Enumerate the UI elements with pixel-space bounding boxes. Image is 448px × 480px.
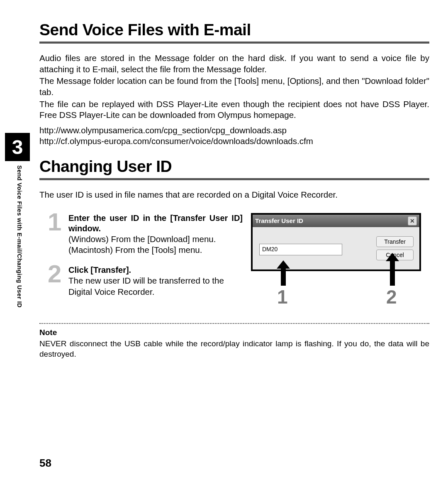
user-id-input[interactable]: DM20 [259, 244, 342, 255]
section2-intro: The user ID is used in file names that a… [39, 189, 429, 201]
title-rule-2 [39, 178, 429, 180]
section1-url1: http://www.olympusamerica.com/cpg_sectio… [39, 125, 429, 136]
chapter-number-badge: 3 [5, 133, 30, 161]
callout-number-2: 2 [386, 286, 397, 308]
callout-number-1: 1 [277, 286, 288, 308]
step-1-body-b: (Macintosh) From the [Tools] menu. [68, 245, 243, 256]
manual-page: 3 Send Voice Files with E-mail/Changing … [0, 0, 448, 480]
side-running-head: Send Voice Files with E-mail/Changing Us… [16, 165, 23, 327]
title-rule [39, 42, 429, 44]
step-2-body: The new user ID will be transferred to t… [68, 275, 243, 297]
transfer-button[interactable]: Transfer [376, 236, 414, 247]
note-heading: Note [39, 328, 429, 337]
section2-title: Changing User ID [39, 157, 429, 176]
steps-area: 1 Enter the user ID in the [Transfer Use… [39, 213, 429, 307]
step-1-body-a: (Windows) From the [Download] menu. [68, 234, 243, 245]
page-number: 58 [39, 457, 51, 470]
step-number-2: 2 [48, 262, 61, 287]
step-1-title: Enter the user ID in the [Transfer User … [68, 213, 243, 234]
section1-title: Send Voice Files with E-mail [39, 21, 429, 39]
dialog-title: Transfer User ID [255, 217, 408, 224]
step-2-title: Click [Transfer]. [68, 265, 243, 275]
section1-para2: The Message folder location can be found… [39, 76, 429, 98]
step-number-1: 1 [48, 210, 61, 235]
dialog-titlebar: Transfer User ID ✕ [253, 215, 419, 227]
dialog-illustration: Transfer User ID ✕ DM20 Transfer Cancel … [251, 213, 429, 307]
step-2: 2 Click [Transfer]. The new user ID will… [52, 265, 243, 297]
steps-column: 1 Enter the user ID in the [Transfer Use… [39, 213, 243, 307]
callout-arrow-2 [390, 260, 395, 286]
note-body: NEVER disconnect the USB cable while the… [39, 339, 429, 359]
callout-arrow-1 [281, 267, 286, 286]
section1-para1: Audio files are stored in the Message fo… [39, 53, 429, 75]
close-icon[interactable]: ✕ [408, 216, 417, 225]
dotted-divider [39, 323, 429, 324]
section1-para3: The file can be replayed with DSS Player… [39, 99, 429, 121]
section1-url2: http://cf.olympus-europa.com/consumer/vo… [39, 136, 429, 147]
step-1: 1 Enter the user ID in the [Transfer Use… [52, 213, 243, 256]
